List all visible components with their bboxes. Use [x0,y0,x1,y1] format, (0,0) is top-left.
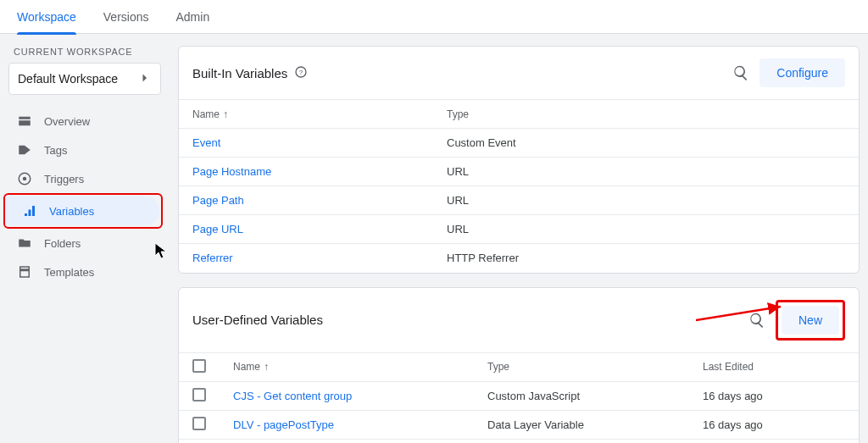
annotation-highlight-variables: Variables [3,193,163,229]
workspace-selector[interactable]: Default Workspace [8,63,161,95]
sort-asc-icon: ↑ [223,108,228,120]
var-link[interactable]: Page Hostname [192,165,271,178]
table-row[interactable]: EventCustom Event [179,129,859,158]
nav-folders[interactable]: Folders [0,229,161,257]
tab-versions[interactable]: Versions [103,0,149,34]
templates-icon [17,264,32,280]
table-row[interactable]: Page PathURL [179,186,859,215]
table-row[interactable]: Page HostnameURL [179,158,859,186]
workspace-name: Default Workspace [18,73,118,85]
col-name[interactable]: Name↑ [220,352,474,381]
col-type[interactable]: Type [474,352,689,381]
nav-overview[interactable]: Overview [0,107,161,136]
sort-asc-icon: ↑ [264,361,269,373]
user-table: Name↑ Type Last Edited CJS - Get content… [179,352,859,444]
panel-user-variables: User-Defined Variables New N [178,287,860,444]
checkbox-all[interactable] [192,359,206,373]
variables-icon [22,203,37,219]
nav-label: Overview [44,116,90,127]
tab-admin[interactable]: Admin [175,0,209,34]
search-icon[interactable] [748,312,765,329]
chevron-right-icon [136,70,152,87]
userdefined-title: User-Defined Variables [192,313,323,326]
main-content: Built-In Variables ? Configure Name↑ Typ… [170,34,868,443]
var-link[interactable]: Event [192,136,220,149]
nav-label: Triggers [44,174,84,185]
annotation-highlight-new: New [776,300,845,341]
var-link[interactable]: Referrer [192,252,233,264]
top-tabs: Workspace Versions Admin [0,0,868,34]
checkbox[interactable] [192,388,206,401]
nav-list: Overview Tags Triggers Variables Folders [0,107,170,286]
dashboard-icon [17,114,32,129]
tag-icon [17,142,32,158]
folder-icon [17,235,32,251]
sidebar: CURRENT WORKSPACE Default Workspace Over… [0,34,170,443]
builtin-table: Name↑ Type EventCustom Event Page Hostna… [179,99,859,273]
builtin-title: Built-In Variables [192,67,287,80]
current-workspace-label: CURRENT WORKSPACE [0,46,170,63]
svg-text:?: ? [299,69,303,76]
help-icon[interactable]: ? [294,65,308,80]
new-button[interactable]: New [782,306,839,335]
col-name[interactable]: Name↑ [179,100,433,129]
svg-point-1 [23,177,27,181]
table-row[interactable]: DLV - pagePostType Data Layer Variable 1… [179,410,859,439]
nav-label: Variables [49,206,94,217]
nav-label: Tags [44,145,67,156]
col-checkbox[interactable] [179,352,220,381]
table-row[interactable]: Page URLURL [179,215,859,244]
var-link[interactable]: DLV - pagePostType [233,418,334,431]
col-edited[interactable]: Last Edited [689,352,859,381]
tab-workspace[interactable]: Workspace [17,0,76,34]
nav-triggers[interactable]: Triggers [0,164,161,193]
checkbox[interactable] [192,417,206,430]
var-link[interactable]: CJS - Get content group [233,390,352,402]
var-link[interactable]: Page Path [192,194,244,207]
var-link[interactable]: Page URL [192,223,243,235]
target-icon [17,171,32,186]
configure-button[interactable]: Configure [760,58,845,87]
search-icon[interactable] [732,64,749,81]
panel-builtin-variables: Built-In Variables ? Configure Name↑ Typ… [178,46,860,274]
table-row[interactable]: ReferrerHTTP Referrer [179,244,859,273]
nav-label: Folders [44,238,81,249]
nav-label: Templates [44,267,94,278]
nav-templates[interactable]: Templates [0,257,161,286]
table-row[interactable]: CJS - Get content group Custom JavaScrip… [179,381,859,410]
nav-variables[interactable]: Variables [5,197,159,225]
nav-tags[interactable]: Tags [0,136,161,164]
col-type[interactable]: Type [433,100,859,129]
table-row[interactable]: DLV - siteSearchTerm Data Layer Variable… [179,439,859,443]
